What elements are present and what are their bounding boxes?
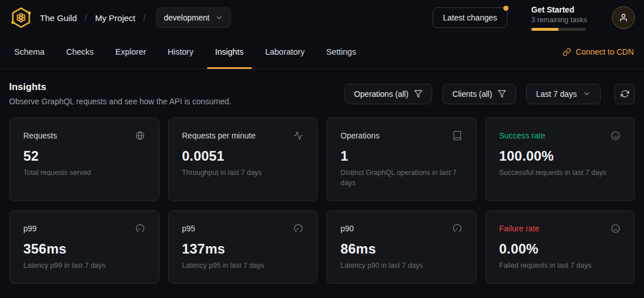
card-value: 0.00% xyxy=(499,241,621,257)
date-range-value: Last 7 days xyxy=(536,89,577,99)
insights-header: Insights Observe GraphQL requests and se… xyxy=(0,69,644,117)
filters-toolbar: Operations (all) Clients (all) Last 7 da… xyxy=(344,84,635,104)
requests-per-minute-card: Requests per minute 0.0051 Throughput in… xyxy=(168,117,318,201)
connect-to-cdn-link[interactable]: Connect to CDN xyxy=(563,35,634,68)
operations-filter-label: Operations (all) xyxy=(354,89,409,99)
latest-changes-button[interactable]: Latest changes xyxy=(433,7,507,28)
card-title: Success rate xyxy=(499,131,545,140)
tab-history[interactable]: History xyxy=(160,35,202,68)
project-nav: Schema Checks Explorer History Insights … xyxy=(0,35,644,69)
gauge-icon xyxy=(452,223,462,234)
get-started-progress-bar xyxy=(531,28,586,31)
tab-schema[interactable]: Schema xyxy=(6,35,52,68)
user-avatar[interactable] xyxy=(612,6,635,29)
p90-latency-card: p90 86ms Latency p90 in last 7 days xyxy=(326,210,477,284)
tab-explorer[interactable]: Explorer xyxy=(108,35,154,68)
chevron-down-icon xyxy=(583,89,591,98)
get-started-title: Get Started xyxy=(531,5,588,14)
notification-dot xyxy=(503,6,508,11)
card-description: Successful requests in last 7 days xyxy=(499,168,621,178)
get-started-remaining-tasks: 3 remaining tasks xyxy=(531,16,588,24)
card-value: 0.0051 xyxy=(182,148,304,164)
book-icon xyxy=(452,130,462,141)
breadcrumb-org[interactable]: The Guild xyxy=(40,13,77,23)
clients-filter-button[interactable]: Clients (all) xyxy=(442,84,516,104)
top-header: The Guild / My Project / development Lat… xyxy=(0,0,644,35)
card-description: Throughput in last 7 days xyxy=(182,168,304,178)
card-value: 356ms xyxy=(23,241,145,257)
user-icon xyxy=(619,13,628,22)
tab-insights[interactable]: Insights xyxy=(207,35,252,68)
card-description: Latency p95 in last 7 days xyxy=(182,260,304,271)
stats-grid: Requests 52 Total requests served Reques… xyxy=(9,117,635,284)
chevron-down-icon xyxy=(215,14,223,22)
success-rate-card: Success rate 100.00% Successful requests… xyxy=(485,117,635,201)
insights-heading-group: Insights Observe GraphQL requests and se… xyxy=(9,81,231,106)
breadcrumb-separator: / xyxy=(85,13,87,22)
card-value: 100.00% xyxy=(499,148,621,164)
card-value: 52 xyxy=(23,148,145,164)
page-subtitle: Observe GraphQL requests and see how the… xyxy=(9,97,231,106)
breadcrumb-separator: / xyxy=(143,13,146,22)
clients-filter-label: Clients (all) xyxy=(452,89,492,99)
failure-rate-card: Failure rate 0.00% Failed requests in la… xyxy=(485,210,635,284)
breadcrumb-project[interactable]: My Project xyxy=(95,13,136,23)
activity-icon xyxy=(293,130,303,141)
card-title: Failure rate xyxy=(499,224,540,233)
filter-icon xyxy=(414,89,423,98)
p99-latency-card: p99 356ms Latency p99 in last 7 days xyxy=(9,210,159,284)
page-title: Insights xyxy=(9,81,231,93)
card-title: p95 xyxy=(182,224,195,233)
guild-hive-logo-icon[interactable] xyxy=(9,6,33,30)
card-description: Distinct GraphQL operations in last 7 da… xyxy=(341,168,462,188)
card-value: 86ms xyxy=(341,241,462,257)
get-started-widget[interactable]: Get Started 3 remaining tasks xyxy=(531,5,588,31)
card-description: Total requests served xyxy=(23,168,145,178)
card-description: Latency p99 in last 7 days xyxy=(23,260,145,271)
latest-changes-label: Latest changes xyxy=(443,13,497,22)
header-right-group: Latest changes Get Started 3 remaining t… xyxy=(433,5,635,31)
tab-checks[interactable]: Checks xyxy=(58,35,101,68)
card-title: p99 xyxy=(23,224,36,233)
card-value: 137ms xyxy=(182,241,304,257)
refresh-icon xyxy=(621,89,629,98)
gauge-icon xyxy=(293,223,303,234)
card-title: Operations xyxy=(341,131,379,140)
requests-card: Requests 52 Total requests served xyxy=(9,117,159,201)
frown-icon xyxy=(610,223,621,234)
card-value: 1 xyxy=(341,148,462,164)
gauge-icon xyxy=(135,223,145,234)
filter-icon xyxy=(498,89,506,98)
refresh-button[interactable] xyxy=(614,84,635,104)
card-title: Requests xyxy=(23,131,57,140)
connect-to-cdn-label: Connect to CDN xyxy=(576,47,634,56)
card-title: Requests per minute xyxy=(182,131,256,140)
card-description: Latency p90 in last 7 days xyxy=(341,260,462,271)
link-icon xyxy=(563,48,571,56)
tab-settings[interactable]: Settings xyxy=(318,35,364,68)
breadcrumb: The Guild / My Project / development xyxy=(40,7,231,28)
card-description: Failed requests in last 7 days xyxy=(499,260,621,271)
get-started-progress-fill xyxy=(531,28,559,31)
smile-icon xyxy=(610,130,621,141)
operations-card: Operations 1 Distinct GraphQL operations… xyxy=(326,117,477,201)
p95-latency-card: p95 137ms Latency p95 in last 7 days xyxy=(168,210,318,284)
tab-laboratory[interactable]: Laboratory xyxy=(257,35,313,68)
globe-icon xyxy=(135,130,145,141)
card-title: p90 xyxy=(341,224,354,233)
operations-filter-button[interactable]: Operations (all) xyxy=(344,84,433,104)
date-range-dropdown[interactable]: Last 7 days xyxy=(526,84,601,104)
target-selector-dropdown[interactable]: development xyxy=(156,7,231,28)
target-selector-value: development xyxy=(164,13,210,22)
